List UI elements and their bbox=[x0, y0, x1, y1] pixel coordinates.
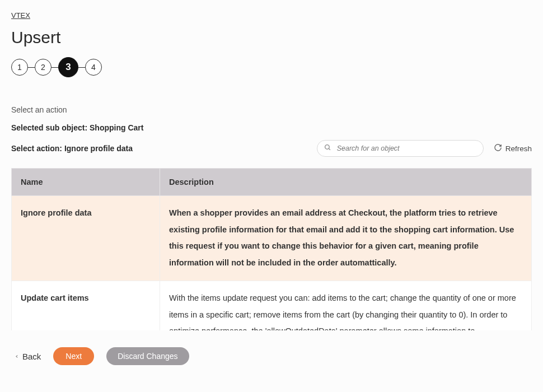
col-header-name: Name bbox=[12, 169, 160, 196]
action-name: Update cart items bbox=[12, 281, 160, 330]
refresh-icon bbox=[494, 143, 502, 153]
discard-button[interactable]: Discard Changes bbox=[106, 347, 189, 365]
step-connector bbox=[78, 67, 85, 68]
selected-sub-object: Selected sub object: Shopping Cart bbox=[11, 123, 532, 132]
action-description: With the items update request you can: a… bbox=[160, 281, 532, 330]
refresh-button[interactable]: Refresh bbox=[494, 143, 532, 153]
footer: Back Next Discard Changes bbox=[11, 347, 532, 365]
next-button[interactable]: Next bbox=[53, 347, 94, 365]
table-row[interactable]: Update cart items With the items update … bbox=[12, 281, 532, 330]
search-icon bbox=[324, 143, 331, 153]
refresh-label: Refresh bbox=[505, 144, 532, 153]
actions-table: Name Description Ignore profile data Whe… bbox=[11, 168, 532, 330]
back-label: Back bbox=[22, 352, 41, 361]
svg-point-0 bbox=[325, 145, 329, 150]
step-1[interactable]: 1 bbox=[11, 59, 28, 76]
breadcrumb[interactable]: VTEX bbox=[11, 11, 30, 20]
step-3[interactable]: 3 bbox=[58, 57, 78, 77]
search-box[interactable] bbox=[317, 140, 484, 157]
action-description: When a shopper provides an email address… bbox=[160, 196, 532, 281]
action-name: Ignore profile data bbox=[12, 196, 160, 281]
step-2[interactable]: 2 bbox=[35, 59, 52, 76]
col-header-description: Description bbox=[160, 169, 532, 196]
step-connector bbox=[28, 67, 35, 68]
search-input[interactable] bbox=[336, 144, 476, 153]
page-title: Upsert bbox=[11, 28, 532, 47]
section-label: Select an action bbox=[11, 105, 532, 114]
table-scroll[interactable]: Name Description Ignore profile data Whe… bbox=[11, 168, 532, 330]
selected-action: Select action: Ignore profile data bbox=[11, 144, 133, 153]
stepper: 1 2 3 4 bbox=[11, 57, 532, 77]
step-4[interactable]: 4 bbox=[85, 59, 102, 76]
back-button[interactable]: Back bbox=[15, 352, 41, 361]
svg-line-1 bbox=[329, 148, 330, 150]
table-row[interactable]: Ignore profile data When a shopper provi… bbox=[12, 196, 532, 281]
step-connector bbox=[52, 67, 58, 68]
chevron-left-icon bbox=[15, 352, 19, 361]
